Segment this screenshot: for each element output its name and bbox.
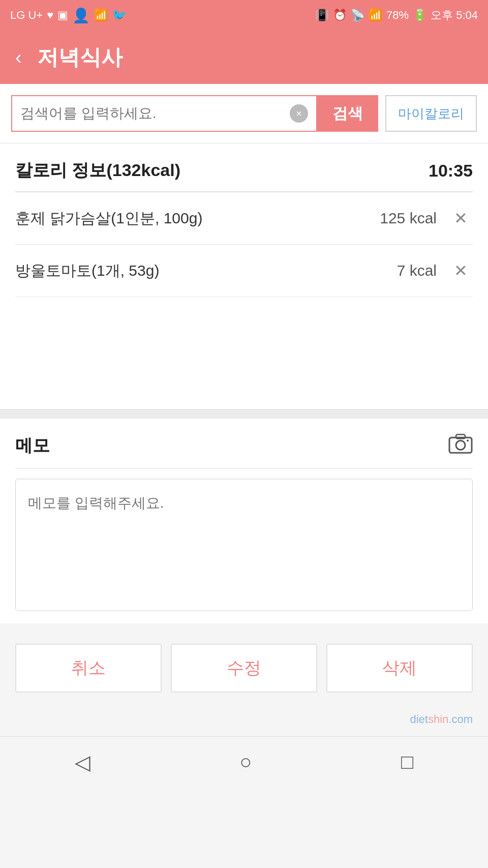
food-remove-button[interactable]: ✕ — [449, 259, 473, 282]
avatar-icon: 👤 — [72, 7, 90, 24]
clock-time: 오후 5:04 — [431, 8, 478, 23]
calorie-title: 칼로리 정보(132kcal) — [15, 159, 180, 182]
alarm-icon: ⏰ — [333, 9, 347, 22]
search-input-wrapper: × — [11, 95, 317, 132]
clear-icon[interactable]: × — [290, 104, 308, 123]
calorie-header: 칼로리 정보(132kcal) 10:35 — [15, 159, 473, 192]
watermark-accent: shin — [428, 713, 448, 726]
my-calorie-button[interactable]: 마이칼로리 — [385, 95, 477, 132]
edit-button[interactable]: 수정 — [171, 644, 317, 692]
food-kcal: 7 kcal — [355, 262, 437, 279]
wifi-icon: 📶 — [94, 9, 108, 22]
memo-header: 메모 — [15, 432, 473, 469]
search-button[interactable]: 검색 — [317, 95, 378, 132]
status-bar-left: LG U+ ♥ ▣ 👤 📶 🐦 — [10, 7, 127, 24]
nav-recents-button[interactable]: □ — [381, 743, 434, 780]
camera-icon[interactable] — [448, 432, 473, 459]
header: ‹ 저녁식사 — [0, 31, 488, 84]
signal-bars-icon: 📶 — [369, 9, 382, 22]
status-bar: LG U+ ♥ ▣ 👤 📶 🐦 📳 ⏰ 📡 📶 78% 🔋 오후 5:04 — [0, 0, 488, 31]
battery-icon: 🔋 — [413, 9, 426, 22]
watermark-suffix: .com — [448, 713, 473, 726]
svg-point-3 — [467, 440, 469, 442]
search-section: × 검색 마이칼로리 — [0, 84, 488, 143]
memo-section: 메모 — [0, 418, 488, 623]
watermark-prefix: diet — [410, 713, 428, 726]
status-bar-right: 📳 ⏰ 📡 📶 78% 🔋 오후 5:04 — [315, 8, 478, 23]
heart-icon: ♥ — [47, 9, 53, 22]
nav-bar: ◁ ○ □ — [0, 736, 488, 787]
delete-button[interactable]: 삭제 — [326, 644, 473, 692]
svg-point-1 — [456, 441, 465, 450]
search-input[interactable] — [20, 105, 290, 122]
watermark-text: dietshin.com — [410, 713, 473, 726]
twitter-icon: 🐦 — [112, 8, 127, 22]
watermark: dietshin.com — [0, 713, 488, 736]
food-name: 훈제 닭가슴살(1인분, 100g) — [15, 208, 355, 229]
nav-home-button[interactable]: ○ — [219, 743, 272, 780]
wifi-signal-icon: 📡 — [351, 9, 364, 22]
food-kcal: 125 kcal — [355, 210, 437, 227]
food-item: 방울토마토(1개, 53g) 7 kcal ✕ — [15, 245, 473, 297]
food-list-space — [15, 297, 473, 409]
section-divider — [0, 409, 488, 418]
nav-back-button[interactable]: ◁ — [54, 743, 111, 781]
memo-textarea-wrapper — [15, 469, 473, 623]
page-title: 저녁식사 — [37, 43, 123, 72]
vibrate-icon: 📳 — [315, 9, 329, 22]
main-content: 칼로리 정보(132kcal) 10:35 훈제 닭가슴살(1인분, 100g)… — [0, 143, 488, 409]
memo-input[interactable] — [15, 479, 473, 611]
carrier-label: LG U+ — [10, 9, 43, 22]
bottom-area: 취소 수정 삭제 — [0, 623, 488, 713]
calorie-time: 10:35 — [429, 161, 473, 181]
food-remove-button[interactable]: ✕ — [449, 207, 473, 230]
sim-icon: ▣ — [57, 9, 68, 22]
food-item: 훈제 닭가슴살(1인분, 100g) 125 kcal ✕ — [15, 192, 473, 245]
svg-rect-2 — [456, 435, 465, 439]
cancel-button[interactable]: 취소 — [15, 644, 162, 692]
food-name: 방울토마토(1개, 53g) — [15, 261, 355, 281]
battery-percent: 78% — [386, 9, 409, 22]
back-button[interactable]: ‹ — [15, 48, 22, 67]
memo-title: 메모 — [15, 434, 50, 457]
